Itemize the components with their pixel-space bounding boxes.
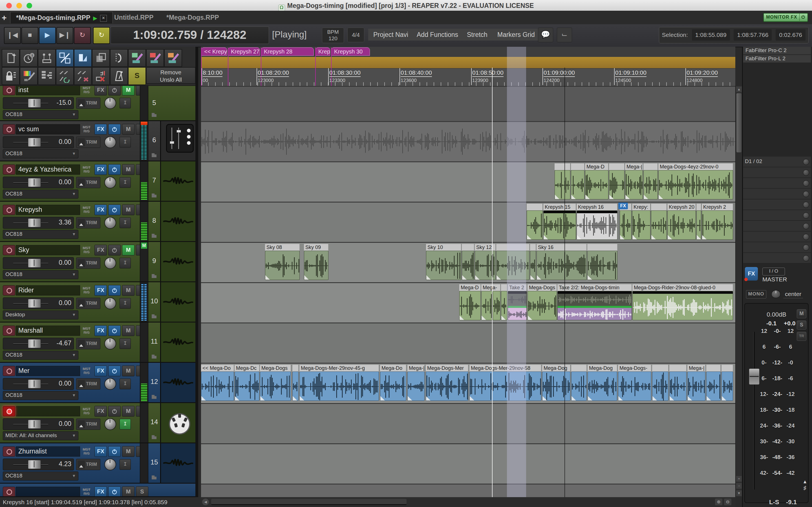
master-send-label[interactable]: MSTR/S [80, 488, 93, 496]
media-item[interactable]: Mega-Dogs- [618, 365, 651, 401]
hardware-send-slot[interactable]: D1 / 02 [743, 157, 811, 167]
input-select[interactable]: OC818▼ [3, 351, 79, 360]
empty-send-slot[interactable] [743, 210, 811, 221]
timeline-marker[interactable]: Krepy [315, 47, 330, 56]
pan-knob[interactable] [104, 378, 116, 390]
solo-button[interactable]: S [136, 487, 148, 497]
input-monitor-button[interactable]: I [119, 419, 131, 430]
volume-slider[interactable]: -15.0 [3, 97, 74, 109]
record-arm-button[interactable] [3, 165, 15, 175]
remove-marker-icon[interactable] [92, 67, 110, 85]
master-send-label[interactable]: MSTR/S [80, 86, 93, 94]
new-project-icon[interactable] [2, 49, 20, 67]
trim-mode-button[interactable]: TRIM [76, 177, 100, 188]
media-item[interactable] [462, 244, 474, 280]
mixer-icon[interactable]: ▴♯ [804, 478, 806, 491]
fx-button[interactable]: FX [94, 124, 107, 135]
track-panel-Krepysh[interactable]: KrepyshMSTR/SFXMS3.36TRIMIOC818▼8 [0, 202, 195, 242]
media-item[interactable] [530, 244, 536, 280]
input-select[interactable]: OC818▼ [3, 189, 79, 199]
media-item[interactable]: Mega-| [688, 365, 705, 401]
paint-rainbow-icon[interactable] [20, 67, 38, 85]
pan-knob[interactable] [104, 297, 116, 309]
media-item[interactable]: Mega-Dogs-Mer-29nov-58 [469, 365, 541, 401]
volume-slider[interactable]: 4.23 [3, 459, 74, 470]
media-item[interactable] [555, 163, 570, 200]
mute-button[interactable]: M [122, 205, 135, 215]
go-to-end-button[interactable]: ▶❙ [56, 27, 73, 44]
media-item[interactable] [571, 365, 587, 401]
media-item[interactable]: << Mega-Do [201, 365, 234, 401]
fx-bypass-button[interactable] [108, 86, 121, 96]
input-monitor-button[interactable]: I [119, 459, 131, 470]
mute-button[interactable]: M [122, 164, 135, 175]
master-fader-handle[interactable] [749, 369, 760, 385]
track-panel-4eyz & Yazsherica[interactable]: 4eyz & YazshericaMSTR/SFXMS0.00TRIMIOC81… [0, 161, 195, 202]
record-arm-button[interactable] [3, 446, 15, 457]
track-icon-tile[interactable] [160, 282, 195, 322]
track-panel-vc sum[interactable]: vc sumMSTR/SFXMS0.00TRIMIOC818▼6 [0, 121, 195, 161]
media-item[interactable]: Krepysh 20 [667, 204, 696, 240]
paint-green-icon[interactable] [128, 49, 146, 67]
master-send-label[interactable]: MSTR/S [80, 448, 93, 455]
input-monitor-button[interactable]: I [119, 298, 131, 309]
input-monitor-button[interactable]: I [119, 338, 131, 349]
pan-knob[interactable] [104, 97, 116, 109]
zoom-in-icon[interactable]: + [736, 476, 742, 482]
volume-slider[interactable]: 0.00 [3, 378, 74, 390]
track-icon-tile[interactable] [160, 403, 195, 443]
duplicate-icon[interactable] [92, 49, 110, 67]
media-item[interactable] [587, 244, 617, 280]
media-item[interactable]: Mega-Dogs-Mer [426, 365, 468, 401]
record-arm-button[interactable] [3, 406, 15, 416]
fx-button[interactable]: FX [94, 245, 107, 256]
mono-button[interactable]: MONO [746, 290, 766, 298]
send-knob[interactable] [803, 212, 809, 219]
media-item[interactable]: Mega-Dc [235, 365, 259, 401]
item-fx-badge[interactable]: FX [618, 203, 628, 209]
volume-slider-handle[interactable] [28, 138, 41, 147]
fx-button[interactable]: FX [94, 487, 107, 497]
trim-mode-button[interactable]: TRIM [76, 418, 100, 430]
track-icon-tile[interactable] [160, 242, 195, 281]
track-icon-tile[interactable] [160, 363, 195, 402]
volume-slider-handle[interactable] [28, 379, 41, 388]
media-item[interactable] [501, 284, 507, 320]
trim-mode-button[interactable]: TRIM [76, 258, 100, 269]
media-item[interactable] [527, 204, 543, 240]
media-item[interactable]: Mega-D [459, 284, 481, 320]
lock-icon[interactable] [2, 67, 20, 85]
trim-mode-button[interactable]: TRIM [76, 338, 100, 349]
arrange-lane-Rider[interactable]: Mega-DMega-Take 2Mega-DogsTake 2/2: Mega… [201, 282, 735, 323]
fx-bypass-button[interactable] [108, 285, 121, 296]
track-panel-16[interactable]: MSTR/SFXMS [0, 484, 195, 497]
mute-button[interactable]: M [122, 245, 135, 256]
media-item[interactable]: Mega-Dog [588, 365, 617, 401]
master-solo-button[interactable]: S [797, 321, 806, 330]
volume-slider-handle[interactable] [28, 218, 41, 227]
time-signature-box[interactable]: 4/4 [347, 27, 364, 42]
media-item[interactable] [644, 163, 658, 200]
hzoom-out-icon[interactable]: ⊖ [724, 499, 731, 505]
empty-send-slot[interactable] [743, 178, 811, 189]
media-item[interactable]: Mega-Dogs-4eyz-29nov-0 [658, 163, 733, 200]
mute-button[interactable]: M [122, 124, 135, 135]
track-name-field[interactable] [16, 487, 80, 497]
monitor-fx-slot[interactable]: FabFilter Pro-L 2 [743, 55, 811, 63]
master-send-label[interactable]: MSTR/S [80, 125, 93, 133]
go-to-start-button[interactable]: ❙◀ [4, 27, 21, 44]
master-pan-label[interactable]: center [783, 291, 803, 298]
mute-button[interactable]: M [122, 487, 135, 497]
master-send-label[interactable]: MSTR/S [80, 327, 93, 335]
time-info-icon[interactable]: i [20, 49, 38, 67]
fx-button[interactable]: FX [94, 365, 107, 376]
volume-slider-handle[interactable] [28, 420, 41, 429]
media-item[interactable]: Krepysh 15 [543, 204, 576, 240]
media-item[interactable] [292, 365, 299, 401]
zoom-out-icon[interactable]: − [736, 483, 742, 489]
fx-bypass-button[interactable] [108, 245, 121, 256]
track-icon-tile[interactable] [160, 202, 195, 241]
hzoom-in-icon[interactable]: ⊕ [715, 499, 722, 505]
arrange-lane-Sky[interactable]: Sky 08Sky 09Sky 10Sky 12Sky 16 [201, 242, 735, 282]
volume-slider[interactable]: 0.00 [3, 297, 74, 309]
